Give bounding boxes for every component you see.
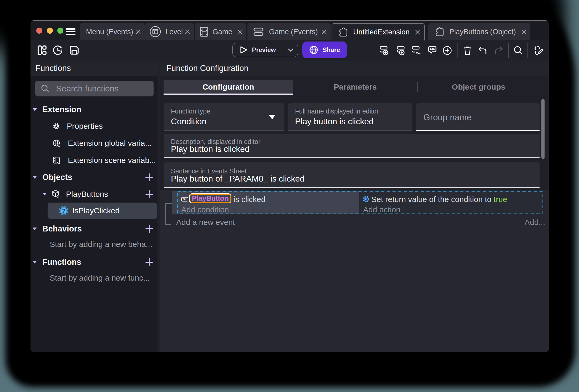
svg-text:?: ?	[62, 208, 65, 214]
svg-text:2D: 2D	[57, 195, 60, 199]
